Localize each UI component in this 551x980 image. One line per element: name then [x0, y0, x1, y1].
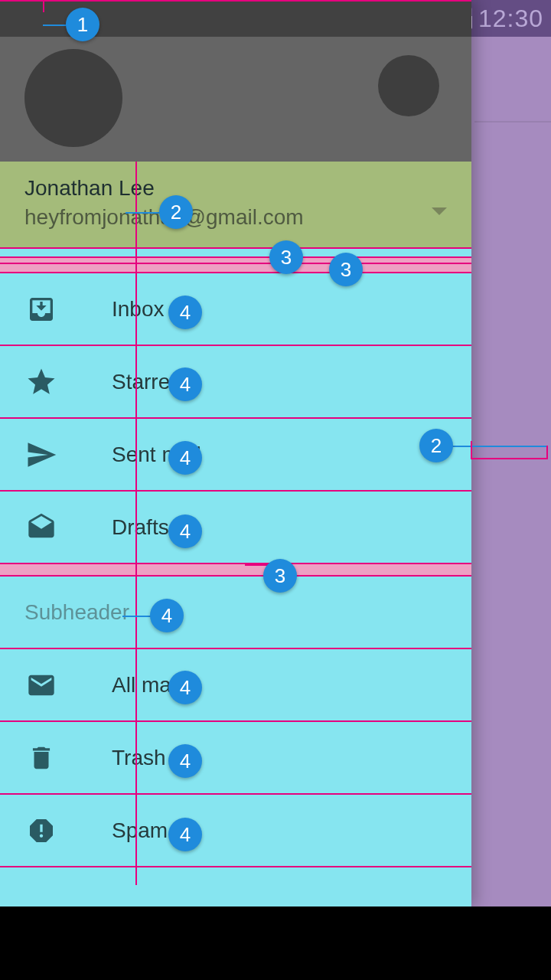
nav-list: Inbox Starred Sent mail Drafts	[0, 273, 471, 867]
nav-item-drafts[interactable]: Drafts	[0, 492, 471, 564]
drawer-header: Jonathan Lee heyfromjonathan@gmail.com	[0, 0, 471, 256]
account-name: Jonathan Lee	[24, 174, 447, 203]
annotation-badge-1: 1	[66, 8, 99, 41]
annotation-badge-3c: 3	[263, 559, 297, 593]
nav-item-trash[interactable]: Trash	[0, 722, 471, 795]
status-time: 12:30	[478, 5, 543, 33]
appbar-divider	[474, 121, 551, 122]
nav-item-sent[interactable]: Sent mail	[0, 419, 471, 492]
drafts-icon	[24, 511, 58, 544]
trash-icon	[24, 741, 58, 775]
annotation-badge-4b: 4	[168, 368, 202, 401]
chevron-down-icon	[432, 207, 447, 215]
annotation-badge-4c: 4	[168, 441, 202, 475]
nav-item-starred[interactable]: Starred	[0, 346, 471, 419]
star-icon	[24, 365, 58, 399]
nav-item-spam[interactable]: Spam	[0, 795, 471, 867]
nav-item-allmail[interactable]: All mail	[0, 649, 471, 722]
nav-subheader: Subheader	[0, 577, 471, 649]
annotation-badge-2: 2	[159, 195, 193, 229]
annotation-badge-4g: 4	[168, 744, 202, 778]
annotation-badge-3b: 3	[329, 253, 363, 286]
nav-label: Spam	[112, 818, 168, 843]
navigation-drawer: Jonathan Lee heyfromjonathan@gmail.com I…	[0, 0, 471, 906]
nav-item-inbox[interactable]: Inbox	[0, 273, 471, 346]
nav-label: Trash	[112, 746, 166, 770]
annotation-badge-4d: 4	[168, 514, 202, 548]
mail-icon	[24, 668, 58, 702]
send-icon	[24, 438, 58, 472]
avatar-primary[interactable]	[24, 49, 122, 147]
avatar-secondary[interactable]	[378, 55, 439, 116]
account-switcher[interactable]: Jonathan Lee heyfromjonathan@gmail.com	[0, 162, 471, 248]
inbox-icon	[24, 292, 58, 326]
annotation-badge-4h: 4	[168, 818, 202, 851]
annotation-badge-4f: 4	[168, 671, 202, 704]
subheader-label: Subheader	[24, 600, 129, 625]
account-email: heyfromjonathan@gmail.com	[24, 203, 447, 232]
annotation-badge-3a: 3	[269, 240, 303, 274]
annotation-badge-4e: 4	[150, 599, 184, 632]
spam-icon	[24, 814, 58, 848]
annotation-badge-4a: 4	[168, 296, 202, 329]
nav-label: Drafts	[112, 515, 169, 540]
annotation-badge-2b: 2	[419, 429, 453, 462]
nav-label: Inbox	[112, 297, 165, 322]
android-navbar	[0, 906, 551, 980]
